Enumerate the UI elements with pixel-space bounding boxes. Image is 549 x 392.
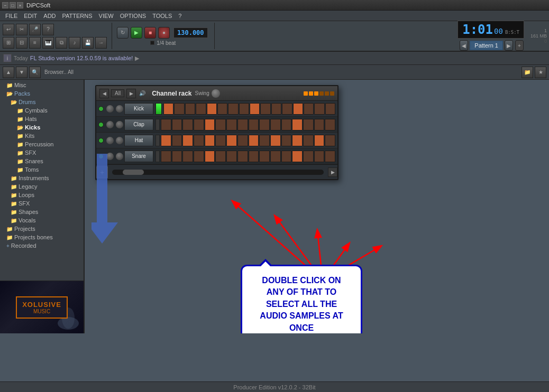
ch-name-clap[interactable]: Clap (124, 119, 153, 130)
sidebar-item-vocals[interactable]: 📁 Vocals (0, 216, 84, 225)
step-btn-0-11[interactable] (282, 103, 292, 115)
sidebar-item-instruments[interactable]: 📁 Instruments (0, 174, 84, 182)
menu-view[interactable]: VIEW (96, 12, 117, 20)
scroll-right-btn[interactable]: ▶ (328, 167, 337, 177)
menu-patterns[interactable]: PATTERNS (59, 12, 96, 20)
close-btn[interactable]: × (17, 2, 23, 8)
note-btn[interactable]: ♪ (69, 37, 80, 49)
menu-tools[interactable]: TOOLS (149, 12, 175, 20)
ch-led-0[interactable] (98, 106, 104, 111)
step-btn-0-4[interactable] (207, 103, 217, 115)
pattern-label[interactable]: Pattern 1 (470, 41, 503, 50)
folder-add-btn[interactable]: 📁 (521, 67, 533, 78)
bookmark-btn[interactable]: ★ (535, 67, 546, 78)
ch-name-snare[interactable]: Snare (124, 151, 153, 162)
step-btn-3-12[interactable] (292, 151, 303, 162)
step-btn-2-3[interactable] (194, 135, 204, 146)
sidebar-item-legacy[interactable]: 📁 Legacy (0, 182, 84, 191)
step-btn-3-14[interactable] (314, 151, 325, 162)
maximize-btn[interactable]: □ (10, 2, 16, 8)
sidebar-item-sfx-drums[interactable]: 📁 SFX (0, 148, 84, 157)
add-channel-btn[interactable]: + (96, 166, 108, 178)
step-btn-0-0[interactable] (163, 103, 173, 115)
step-btn-2-15[interactable] (325, 135, 335, 146)
step-btn-3-15[interactable] (325, 151, 335, 162)
step-btn-1-3[interactable] (194, 119, 204, 130)
sidebar-item-drums[interactable]: 📂 Drums (0, 98, 84, 106)
ch-led-2[interactable] (98, 138, 104, 143)
step-btn-0-2[interactable] (185, 103, 195, 115)
sidebar-item-projects-bones[interactable]: 📁 Projects bones (0, 233, 84, 241)
step-btn-0-3[interactable] (196, 103, 206, 115)
step-btn-0-1[interactable] (174, 103, 184, 115)
sidebar-item-misc[interactable]: 📁 Misc (0, 81, 84, 89)
step-btn-2-11[interactable] (281, 135, 292, 146)
ch-name-kick[interactable]: Kick (124, 103, 153, 115)
step-btn-3-9[interactable] (259, 151, 270, 162)
step-btn-2-0[interactable] (161, 135, 171, 146)
record-btn[interactable]: ● (158, 27, 170, 39)
step-btn-2-12[interactable] (292, 135, 303, 146)
step-btn-2-7[interactable] (237, 135, 248, 146)
step-btn-2-1[interactable] (172, 135, 182, 146)
sidebar-item-shapes[interactable]: 📁 Shapes (0, 208, 84, 216)
ch-name-hat[interactable]: Hat (124, 135, 153, 146)
sidebar-item-toms[interactable]: 📁 Toms (0, 165, 84, 174)
sidebar-item-recorded[interactable]: + Recorded (0, 241, 84, 250)
step-btn-1-14[interactable] (314, 119, 325, 130)
sidebar-item-sfx[interactable]: 📁 SFX (0, 199, 84, 208)
step-btn-3-11[interactable] (281, 151, 292, 162)
play-btn[interactable]: ▶ (131, 27, 142, 39)
ch-knob-0-0[interactable] (106, 105, 114, 113)
ch-knob-1-1[interactable] (116, 121, 123, 128)
step-btn-2-14[interactable] (314, 135, 325, 146)
save-btn[interactable]: 💾 (82, 37, 94, 49)
sidebar-item-projects[interactable]: 📁 Projects (0, 225, 84, 233)
step-btn-3-3[interactable] (194, 151, 204, 162)
ch-knob-2-1[interactable] (116, 137, 123, 144)
step-btn-0-10[interactable] (271, 103, 281, 115)
ch-knob-3-0[interactable] (106, 153, 114, 160)
step-btn-1-4[interactable] (205, 119, 215, 130)
copy-btn[interactable]: ⧉ (56, 37, 67, 49)
cut-btn[interactable]: ✂ (16, 24, 28, 35)
rack-nav-left[interactable]: ◀ (99, 89, 109, 98)
piano-btn[interactable]: 🎹 (42, 37, 54, 49)
menu-help[interactable]: ? (175, 12, 185, 20)
step-btn-1-13[interactable] (303, 119, 314, 130)
menu-edit[interactable]: EDIT (21, 12, 40, 20)
sidebar-item-kits[interactable]: 📁 Kits (0, 132, 84, 140)
sidebar-item-kicks[interactable]: 📂 Kicks (0, 123, 84, 132)
next-pattern-btn[interactable]: ▶ (505, 40, 513, 51)
step-btn-0-8[interactable] (250, 103, 260, 115)
step-btn-3-4[interactable] (205, 151, 215, 162)
step-btn-0-12[interactable] (293, 103, 303, 115)
scrollbar-thumb[interactable] (123, 170, 144, 175)
help-btn[interactable]: ? (42, 24, 54, 35)
step-btn-0-13[interactable] (304, 103, 314, 115)
step-btn-3-5[interactable] (215, 151, 226, 162)
ch-knob-1-0[interactable] (106, 121, 114, 128)
nav-up-btn[interactable]: ▲ (3, 67, 14, 78)
rack-group-label[interactable]: All (111, 89, 124, 97)
step-btn-1-12[interactable] (292, 119, 303, 130)
step-btn-3-6[interactable] (226, 151, 237, 162)
step-btn-1-10[interactable] (270, 119, 281, 130)
grid-btn[interactable]: ⊞ (3, 37, 14, 49)
step-btn-3-1[interactable] (172, 151, 182, 162)
step-btn-0-15[interactable] (325, 103, 335, 115)
step-btn-1-6[interactable] (226, 119, 237, 130)
sidebar-item-cymbals[interactable]: 📁 Cymbals (0, 106, 84, 115)
step-btn-2-5[interactable] (215, 135, 226, 146)
step-btn-2-6[interactable] (226, 135, 237, 146)
sidebar-item-loops[interactable]: 📁 Loops (0, 191, 84, 199)
add-pattern-btn[interactable]: + (515, 40, 524, 51)
prev-pattern-btn[interactable]: ◀ (460, 40, 468, 51)
step-btn-2-10[interactable] (270, 135, 281, 146)
sidebar-item-hats[interactable]: 📁 Hats (0, 115, 84, 123)
rack-nav-right[interactable]: ▶ (126, 89, 136, 98)
step-btn-1-2[interactable] (182, 119, 193, 130)
step-btn-2-2[interactable] (182, 135, 193, 146)
notif-arrow[interactable]: ▶ (135, 55, 139, 62)
mic-btn[interactable]: 🎤 (29, 24, 41, 35)
